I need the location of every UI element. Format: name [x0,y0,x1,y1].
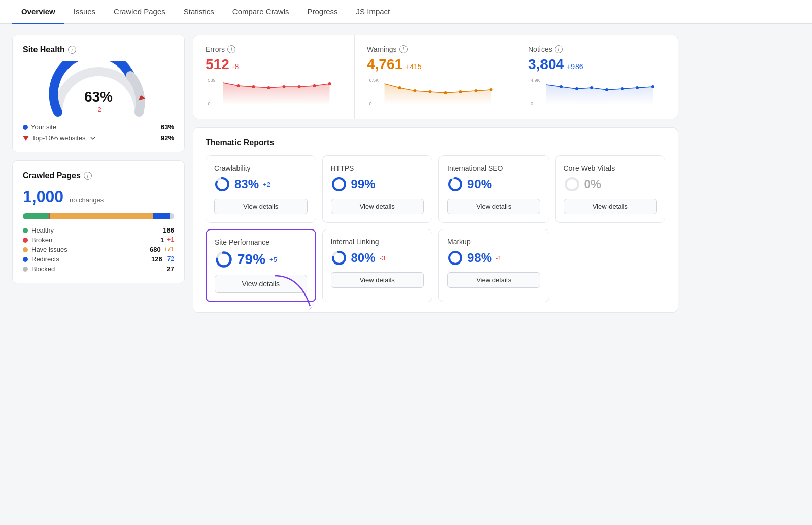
svg-text:0: 0 [369,101,372,106]
svg-point-33 [449,178,461,190]
svg-point-3 [237,84,240,87]
svg-point-22 [575,87,578,90]
thematic-title: Thematic Reports [206,138,665,147]
svg-point-15 [444,91,447,94]
stat-broken: Broken 1 +1 [23,236,174,244]
errors-value: 512 [206,56,229,73]
warnings-label: Warnings i [367,45,503,53]
thematic-empty-slot [555,229,666,302]
svg-marker-35 [308,304,314,312]
top-navigation: Overview Issues Crawled Pages Statistics… [0,0,812,24]
stat-healthy: Healthy 166 [23,226,174,234]
pb-blocked [170,213,174,219]
svg-point-17 [475,89,478,92]
svg-text:4.9K: 4.9K [531,78,540,83]
gauge-svg: 63% -2 [48,61,149,117]
errors-label: Errors i [206,45,342,53]
errors-info-icon[interactable]: i [227,45,235,53]
warnings-value: 4,761 [367,56,402,73]
nav-issues[interactable]: Issues [64,0,105,24]
thematic-international-seo: International SEO 90% View details [438,155,549,223]
metrics-row: Errors i 512 -8 539 0 [193,35,678,119]
markup-view-details[interactable]: View details [447,272,540,288]
gauge-percent-value: 63% [84,89,113,105]
dot-blocked [23,267,28,272]
right-column: Errors i 512 -8 539 0 [193,35,678,313]
site-health-title: Site Health i [23,45,174,54]
int-link-label: Internal Linking [331,238,424,246]
svg-point-13 [414,89,417,92]
svg-text:0: 0 [208,101,211,106]
thematic-row1: Crawlability 83% +2 View details HTTPS [206,155,665,223]
notices-info-icon[interactable]: i [555,45,563,53]
nav-overview[interactable]: Overview [12,0,64,24]
int-link-value: 80% -3 [331,250,424,266]
site-legend-your-site: Your site 63% [23,123,174,131]
errors-chart: 539 0 [206,77,342,107]
dot-issues [23,247,28,252]
int-seo-donut [447,176,463,192]
svg-point-9 [328,82,331,85]
svg-point-31 [333,178,345,190]
chevron-down-icon[interactable] [90,135,96,141]
site-health-info-icon[interactable]: i [68,46,76,54]
int-seo-view-details[interactable]: View details [447,199,540,214]
crawled-pages-info-icon[interactable]: i [84,172,92,180]
https-view-details[interactable]: View details [331,199,424,214]
metric-notices: Notices i 3,804 +986 4.9K 0 [516,35,678,119]
svg-point-25 [621,87,624,90]
svg-point-24 [605,88,608,91]
nav-js-impact[interactable]: JS Impact [347,0,399,24]
int-seo-value: 90% [447,176,540,192]
dot-healthy [23,228,28,233]
markup-label: Markup [447,238,540,246]
crawled-pages-card: Crawled Pages i 1,000 no changes Healthy [12,160,185,283]
metric-warnings: Warnings i 4,761 +415 6.5K 0 [355,35,516,119]
svg-text:6.5K: 6.5K [369,78,379,83]
left-column: Site Health i 63% [12,35,185,313]
cwv-view-details[interactable]: View details [564,199,657,214]
cwv-donut [564,176,580,192]
svg-point-21 [560,85,563,88]
nav-progress[interactable]: Progress [298,0,347,24]
main-content: Site Health i 63% [0,24,690,323]
int-link-view-details[interactable]: View details [331,272,424,288]
thematic-https: HTTPS 99% View details [322,155,433,223]
crawlability-view-details[interactable]: View details [214,199,308,214]
crawled-sub-label: no changes [70,196,104,204]
dot-broken [23,238,28,243]
svg-point-23 [590,86,593,89]
gauge-center: 63% -2 [84,89,113,113]
https-label: HTTPS [331,164,424,172]
cwv-value: 0% [564,176,657,192]
thematic-row2: Site Performance 79% +5 View details Int… [206,229,665,302]
svg-point-5 [267,86,270,89]
svg-point-6 [283,85,286,88]
dot-redirects [23,257,28,262]
pb-healthy [23,213,49,219]
gauge-delta: -2 [95,106,101,113]
stat-have-issues: Have issues 680 +71 [23,246,174,253]
svg-point-14 [429,90,432,93]
svg-text:539: 539 [208,78,216,83]
nav-crawled-pages[interactable]: Crawled Pages [105,0,175,24]
markup-donut [447,250,463,266]
notices-delta: +986 [567,62,583,71]
site-perf-value: 79% +5 [215,250,307,269]
thematic-site-performance: Site Performance 79% +5 View details [206,229,316,302]
crawled-count-row: 1,000 no changes [23,187,174,206]
site-perf-view-details[interactable]: View details [215,275,307,293]
nav-statistics[interactable]: Statistics [175,0,223,24]
legend-dot-blue [23,125,28,130]
crawlability-label: Crawlability [214,164,308,172]
notices-chart: 4.9K 0 [528,77,665,107]
notices-label: Notices i [528,45,665,53]
svg-point-41 [449,252,461,264]
svg-point-7 [298,85,301,88]
nav-compare-crawls[interactable]: Compare Crawls [223,0,298,24]
warnings-info-icon[interactable]: i [399,45,408,53]
crawled-pages-title: Crawled Pages i [23,171,174,180]
metric-errors: Errors i 512 -8 539 0 [193,35,355,119]
thematic-markup: Markup 98% -1 View details [438,229,549,302]
svg-text:0: 0 [531,101,533,106]
